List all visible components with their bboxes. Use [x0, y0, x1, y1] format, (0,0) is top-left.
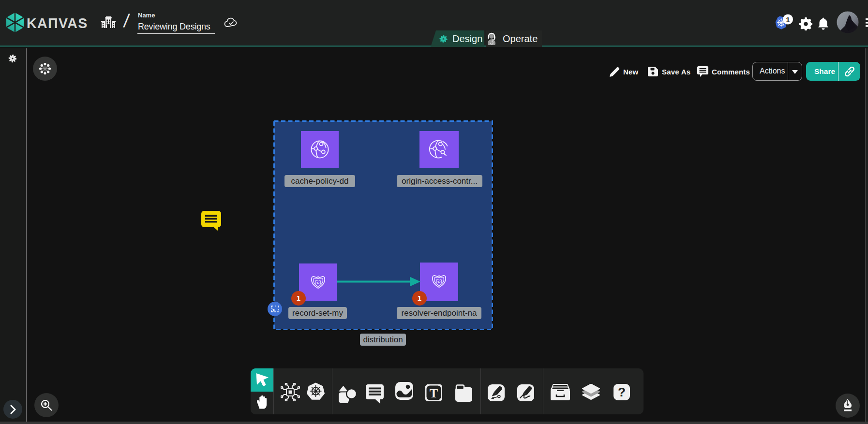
svg-text:53: 53	[315, 279, 321, 285]
svg-text:T: T	[430, 386, 438, 400]
svg-text:53: 53	[436, 278, 442, 284]
svg-text:?: ?	[618, 385, 626, 399]
svg-text:1: 1	[786, 15, 790, 24]
